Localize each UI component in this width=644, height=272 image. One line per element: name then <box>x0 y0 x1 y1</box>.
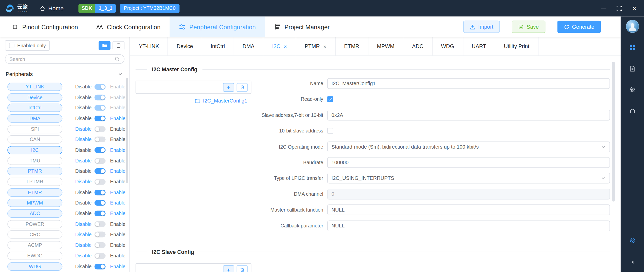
slave-address-7-bit-or-10-bit-input[interactable] <box>327 110 610 120</box>
peripheral-pill-power[interactable]: POWER <box>7 220 62 228</box>
peripheral-pill-device[interactable]: Device <box>7 93 62 101</box>
document-button[interactable] <box>629 65 635 72</box>
toggle-adc[interactable] <box>95 211 106 216</box>
close-button[interactable]: ✕ <box>632 6 637 11</box>
toggle-ptmr[interactable] <box>95 168 106 174</box>
tab-uart[interactable]: UART <box>463 37 495 55</box>
peripherals-section-header[interactable]: Peripherals <box>6 69 123 79</box>
toggle-knob <box>101 148 105 152</box>
apps-grid-button[interactable] <box>629 44 636 51</box>
tab-adc[interactable]: ADC <box>403 37 432 55</box>
toggle-dma[interactable] <box>95 116 106 121</box>
minimize-button[interactable]: — <box>601 6 606 11</box>
toggle-acmp[interactable] <box>95 242 106 248</box>
peripheral-row-dma: DMADisableEnable <box>0 113 129 124</box>
toggle-intctrl[interactable] <box>95 105 106 111</box>
nav-peripheral-configuration[interactable]: Peripheral Configuration <box>169 16 265 37</box>
toggle-can[interactable] <box>95 137 106 143</box>
toggle-power[interactable] <box>95 221 106 227</box>
baudrate-input[interactable] <box>327 157 610 168</box>
enable-label: Enable <box>110 105 125 111</box>
import-button[interactable]: Import <box>463 21 500 33</box>
collapse-rail-button[interactable] <box>630 260 634 264</box>
peripheral-pill-i2c[interactable]: I2C <box>7 146 62 154</box>
delete-instance-button[interactable] <box>237 265 248 272</box>
tab-intctrl[interactable]: IntCtrl <box>202 37 234 55</box>
tab-utility-print[interactable]: Utility Print <box>495 37 538 55</box>
toggle-wdg[interactable] <box>95 263 106 269</box>
peripheral-pill-lptmr[interactable]: LPTMR <box>7 178 62 186</box>
nav-project-manager[interactable]: Project Manager <box>265 16 339 37</box>
add-instance-button[interactable]: + <box>223 265 234 272</box>
clipboard-button[interactable] <box>113 41 124 50</box>
toggle-i2c[interactable] <box>95 147 106 153</box>
tab-close-icon[interactable]: × <box>284 43 287 49</box>
toggle-yt-link[interactable] <box>95 84 106 90</box>
tab-yt-link[interactable]: YT-LINK <box>130 37 168 55</box>
add-instance-button[interactable]: + <box>223 83 234 91</box>
main-scrollbar[interactable] <box>612 62 615 201</box>
maximize-button[interactable] <box>617 6 622 11</box>
delete-instance-button[interactable] <box>237 83 248 91</box>
folder-view-button[interactable] <box>99 41 110 50</box>
nav-clock-configuration[interactable]: Clock Configuration <box>87 16 169 37</box>
toggle-knob <box>101 190 105 194</box>
peripheral-pill-etmr[interactable]: ETMR <box>7 188 62 197</box>
peripheral-pill-crc[interactable]: CRC <box>7 230 62 239</box>
master-callback-function-input[interactable] <box>327 205 610 215</box>
toggle-etmr[interactable] <box>95 189 106 195</box>
tab-dma[interactable]: DMA <box>234 37 263 55</box>
enabled-only-checkbox[interactable]: Enabled only <box>5 40 50 51</box>
save-button[interactable]: Save <box>512 21 545 33</box>
tab-i2c[interactable]: I2C× <box>264 37 296 55</box>
type-of-lpi2c-transfer-select[interactable]: I2C_USING_INTERRUPTS <box>327 173 610 184</box>
tab-etmr[interactable]: ETMR <box>335 37 368 55</box>
user-avatar[interactable] <box>626 20 639 33</box>
toggle-crc[interactable] <box>95 232 106 237</box>
toggle-knob <box>101 85 105 89</box>
settings-button[interactable] <box>629 237 635 244</box>
enable-label: Enable <box>110 242 125 248</box>
toggle-spi[interactable] <box>95 126 106 132</box>
i2c-operating-mode-select[interactable]: Standard-mode (Sm), bidirectional data t… <box>327 141 610 152</box>
toggle-mpwm[interactable] <box>95 200 106 206</box>
peripheral-pill-ewdg[interactable]: EWDG <box>7 252 62 260</box>
peripheral-pill-yt-link[interactable]: YT-LINK <box>7 83 62 91</box>
dma-channel-input[interactable] <box>327 189 610 199</box>
tab-ptmr[interactable]: PTMR× <box>296 37 335 55</box>
callback-parameter-input[interactable] <box>327 220 610 231</box>
peripheral-pill-intctrl[interactable]: IntCtrl <box>7 104 62 112</box>
peripherals-title: Peripherals <box>6 71 33 77</box>
tab-wdg[interactable]: WDG <box>433 37 463 55</box>
form-row: Callback parameter <box>260 220 610 231</box>
peripheral-pill-wdg[interactable]: WDG <box>7 262 62 270</box>
peripheral-pill-acmp[interactable]: ACMP <box>7 241 62 249</box>
toggle-lptmr[interactable] <box>95 179 106 185</box>
10-bit-slave-address-checkbox[interactable] <box>327 128 333 134</box>
peripheral-pill-adc[interactable]: ADC <box>7 210 62 218</box>
toggle-ewdg[interactable] <box>95 253 106 259</box>
nav-pinout-configuration[interactable]: Pinout Configuration <box>3 16 87 37</box>
enable-label: Enable <box>110 116 125 121</box>
home-button[interactable]: Home <box>39 5 64 12</box>
tab-close-icon[interactable]: × <box>323 43 326 49</box>
generate-button[interactable]: Generate <box>557 21 601 33</box>
peripheral-pill-can[interactable]: CAN <box>7 135 62 144</box>
peripheral-pill-dma[interactable]: DMA <box>7 114 62 123</box>
sidebar-scrollbar[interactable] <box>126 78 128 183</box>
name-input[interactable] <box>327 78 610 89</box>
peripheral-pill-ptmr[interactable]: PTMR <box>7 167 62 176</box>
toggle-tmu[interactable] <box>95 158 106 164</box>
tree-item[interactable]: I2C_MasterConfig1 <box>136 94 251 108</box>
peripheral-pill-tmu[interactable]: TMU <box>7 157 62 165</box>
read-only-checkbox[interactable] <box>327 96 333 102</box>
toggle-device[interactable] <box>95 94 106 100</box>
tab-mpwm[interactable]: MPWM <box>368 37 404 55</box>
sliders-button[interactable] <box>629 86 635 93</box>
nav-label: Peripheral Configuration <box>189 23 256 30</box>
tab-device[interactable]: Device <box>168 37 202 55</box>
peripheral-pill-spi[interactable]: SPI <box>7 125 62 133</box>
peripheral-pill-mpwm[interactable]: MPWM <box>7 199 62 207</box>
search-input[interactable] <box>10 56 115 62</box>
headset-button[interactable] <box>629 107 635 114</box>
